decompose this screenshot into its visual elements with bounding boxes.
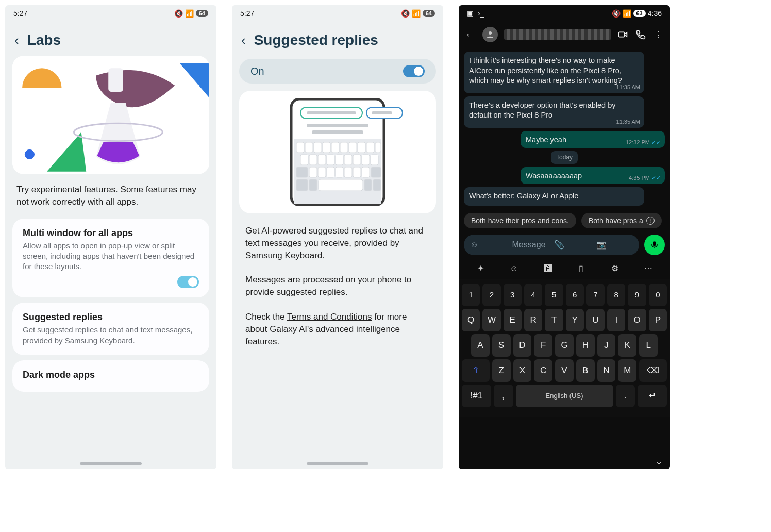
message-in[interactable]: There's a developer option that's enable… [464,96,644,128]
paragraph-1: Get AI-powered suggested replies to chat… [232,219,443,268]
chat-header: ← ⋮ [459,22,670,47]
emoji-icon[interactable]: ☺ [508,262,521,275]
key-w[interactable]: W [482,309,500,331]
key-n[interactable]: N [597,359,616,382]
labs-item-suggested-replies[interactable]: Suggested replies Get suggested replies … [12,303,209,355]
symbols-key[interactable]: !#1 [462,385,491,407]
video-call-icon[interactable] [617,29,629,40]
attach-icon[interactable]: 📎 [554,240,591,250]
back-icon[interactable]: ‹ [241,32,246,48]
more-icon[interactable]: ⋮ [652,29,664,40]
keyboard-toolbar: ✦ ☺ 🅰 ▯ ⚙ ⋯ [459,258,670,279]
backspace-key[interactable]: ⌫ [639,359,667,382]
svg-rect-23 [358,142,365,153]
collapse-keyboard-icon[interactable]: ⌄ [655,456,663,467]
mute-icon: 🔇 [612,9,621,18]
terms-link[interactable]: Terms and Conditions [287,312,372,322]
shift-key[interactable]: ⇧ [462,359,490,382]
ai-icon[interactable]: ✦ [475,262,487,275]
screenshot-icon: ▣ [467,9,474,18]
labs-item-darkmode[interactable]: Dark mode apps [12,360,209,392]
key-m[interactable]: M [618,359,636,382]
svg-rect-32 [353,155,361,165]
camera-icon[interactable]: 📷 [596,240,633,250]
key-b[interactable]: B [576,359,595,382]
emoji-icon[interactable]: ☺ [470,240,507,250]
svg-rect-24 [366,142,374,153]
key-s[interactable]: S [492,334,511,357]
key-o[interactable]: O [628,309,646,331]
svg-rect-44 [296,179,308,191]
letter-row-1: QWERTYUIOP [462,309,667,331]
master-toggle[interactable] [403,65,425,77]
key-e[interactable]: E [504,309,522,331]
mute-icon: 🔇 [174,9,183,18]
key-r[interactable]: R [524,309,542,331]
page-title: Labs [27,32,61,48]
key-4[interactable]: 4 [524,284,542,306]
home-indicator[interactable] [80,462,142,465]
key-z[interactable]: Z [492,359,511,382]
message-in[interactable]: What's better: Galaxy AI or Apple [464,187,644,206]
back-icon[interactable]: ‹ [14,32,19,48]
key-q[interactable]: Q [462,309,480,331]
enter-key[interactable]: ↵ [638,385,667,407]
item-title: Multi window for all apps [23,228,199,239]
key-8[interactable]: 8 [607,284,625,306]
suggestion-chip[interactable]: Both have pros a ! [581,213,662,228]
settings-icon[interactable]: ⚙ [609,262,621,275]
key-p[interactable]: P [649,309,667,331]
message-in[interactable]: I think it's interesting there's no way … [464,52,644,93]
space-key[interactable]: English (US) [516,385,613,407]
home-indicator[interactable] [307,462,368,465]
master-toggle-bar[interactable]: On [239,59,436,84]
key-a[interactable]: A [471,334,490,357]
key-y[interactable]: Y [566,309,584,331]
key-1[interactable]: 1 [462,284,480,306]
key-k[interactable]: K [618,334,636,357]
labs-item-multiwindow[interactable]: Multi window for all apps Allow all apps… [12,219,209,298]
key-t[interactable]: T [545,309,563,331]
avatar[interactable] [482,27,498,42]
key-0[interactable]: 0 [649,284,667,306]
key-i[interactable]: I [607,309,625,331]
multiwindow-toggle[interactable] [177,276,199,288]
key-5[interactable]: 5 [545,284,563,306]
key-l[interactable]: L [639,334,658,357]
svg-rect-14 [312,130,363,134]
more-icon[interactable]: ⋯ [642,262,655,275]
key-d[interactable]: D [513,334,532,357]
key-9[interactable]: 9 [628,284,646,306]
key-c[interactable]: C [534,359,552,382]
mic-button[interactable] [644,235,665,255]
labs-illustration [12,56,209,174]
key-h[interactable]: H [576,334,595,357]
status-time: 5:27 [13,9,27,18]
svg-rect-13 [307,124,368,127]
comma-key[interactable]: , [494,385,513,407]
back-icon[interactable]: ← [465,28,476,41]
suggestion-chip[interactable]: Both have their pros and cons. [464,213,576,228]
period-key[interactable]: . [616,385,635,407]
key-x[interactable]: X [513,359,532,382]
translate-icon[interactable]: 🅰 [542,262,554,275]
key-2[interactable]: 2 [482,284,500,306]
key-f[interactable]: F [534,334,552,357]
svg-rect-40 [344,167,352,177]
svg-rect-45 [309,179,317,191]
message-input[interactable]: ☺ Message 📎 📷 [464,235,639,255]
key-3[interactable]: 3 [504,284,522,306]
key-v[interactable]: V [555,359,574,382]
key-u[interactable]: U [586,309,605,331]
key-6[interactable]: 6 [566,284,584,306]
clipboard-icon[interactable]: ▯ [575,262,588,275]
chat-body[interactable]: I think it's interesting there's no way … [459,47,670,211]
key-j[interactable]: J [597,334,616,357]
message-out[interactable]: Maybe yeah 12:32 PM✓✓ [521,131,665,148]
key-7[interactable]: 7 [586,284,605,306]
contact-name-redacted[interactable] [504,29,611,40]
voice-call-icon[interactable] [635,29,646,40]
message-out[interactable]: Wasaaaaaaaaap 4:35 PM✓✓ [521,167,665,185]
key-g[interactable]: G [555,334,574,357]
screen-chat: ▣ ›_ 🔇 📶 63 4:36 ← ⋮ I think it's intere… [459,5,670,469]
